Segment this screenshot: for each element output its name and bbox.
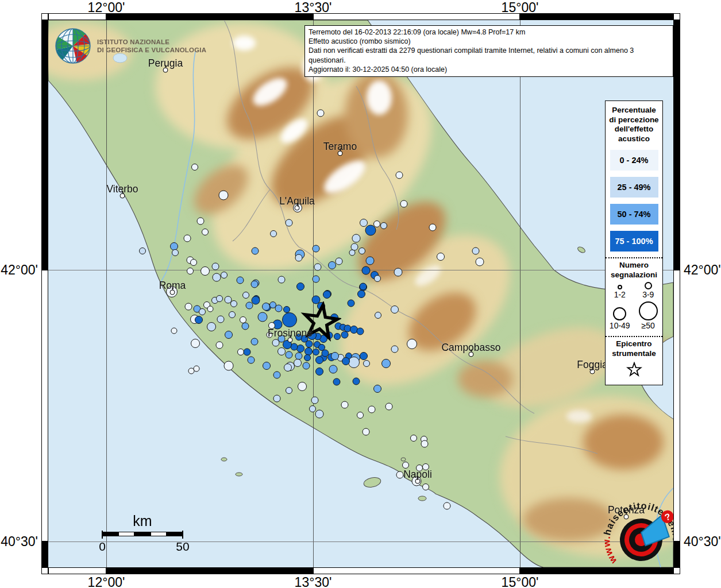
city-label: L'Aquila xyxy=(279,195,315,207)
city-label: Campobasso xyxy=(441,342,500,354)
legend-counts-title: Numero segnalazioni xyxy=(606,261,662,280)
legend-size-label: 3-9 xyxy=(642,290,654,299)
lat-label-right: 42°00' xyxy=(684,262,721,278)
legend-divider xyxy=(606,257,662,258)
lat-label-right: 40°30' xyxy=(684,534,721,550)
city-label: Frosinone xyxy=(268,327,313,339)
legend-epicenter-title: Epicentro strumentale xyxy=(606,339,662,358)
lon-label-bottom: 15°00' xyxy=(502,575,539,588)
title-line: Terremoto del 16-02-2013 22:16:09 (ora l… xyxy=(309,28,669,37)
lat-label-left: 42°00' xyxy=(0,262,38,278)
ingv-name-line1: ISTITUTO NAZIONALE xyxy=(97,38,206,46)
title-line: Aggiornato il: 30-12-2025 04:50 (ora loc… xyxy=(309,65,669,74)
frame-corner xyxy=(673,13,680,20)
legend-size-item: ≥50 xyxy=(634,301,663,330)
legend-sizes: 1-23-910-49≥50 xyxy=(606,282,662,330)
frame-top xyxy=(48,13,673,20)
legend-size-label: ≥50 xyxy=(642,321,655,330)
legend: Percentuale di percezione dell'effetto a… xyxy=(605,100,663,385)
ingv-brand: ISTITUTO NAZIONALE DI GEOFISICA E VULCAN… xyxy=(54,27,206,65)
city-label: Teramo xyxy=(323,141,357,153)
frame-corner xyxy=(673,567,680,574)
legend-size-circle xyxy=(613,307,626,320)
legend-classes: 0 - 24%25 - 49%50 - 74%75 - 100% xyxy=(606,150,662,252)
legend-size-label: 1-2 xyxy=(614,290,626,299)
lon-label-bottom: 13°30' xyxy=(295,575,332,588)
frame-left xyxy=(41,20,48,567)
legend-size-circle xyxy=(639,301,658,320)
legend-size-circle xyxy=(618,285,622,289)
city-labels-layer: PerugiaTeramoViterboL'AquilaRomaFrosinon… xyxy=(48,20,673,567)
ingv-logo xyxy=(54,27,92,65)
scalebar-start: 0 xyxy=(99,540,106,554)
legend-class-swatch: 0 - 24% xyxy=(610,150,658,171)
legend-size-circle xyxy=(645,282,652,289)
legend-class-swatch: 50 - 74% xyxy=(610,204,658,225)
title-line: Effetto acustico (rombo sismico) xyxy=(309,37,669,46)
city-label: Napoli xyxy=(403,469,432,481)
lon-label-top: 15°00' xyxy=(502,0,539,16)
legend-divider xyxy=(606,336,662,337)
scalebar-unit: km xyxy=(133,513,152,529)
legend-title: Percentuale di percezione dell'effetto a… xyxy=(606,106,662,144)
legend-size-item: 1-2 xyxy=(606,282,634,299)
legend-size-item: 10-49 xyxy=(606,301,634,330)
map-canvas: PerugiaTeramoViterboL'AquilaRomaFrosinon… xyxy=(48,20,673,567)
lat-label-left: 40°30' xyxy=(0,534,38,550)
frame-bottom xyxy=(48,567,673,574)
frame-corner xyxy=(41,567,48,574)
watermark-www: www. xyxy=(597,532,620,567)
lon-label-bottom: 12°00' xyxy=(88,575,125,588)
frame-corner xyxy=(41,13,48,20)
city-label: Foggia xyxy=(577,359,608,371)
haisentitoilterremoto-logo: www.haisentitoilterremoto.it ? xyxy=(592,491,673,567)
legend-size-label: 10-49 xyxy=(610,321,630,330)
frame-right xyxy=(673,20,680,567)
legend-star-icon xyxy=(626,362,643,378)
legend-size-item: 3-9 xyxy=(634,282,663,299)
scalebar xyxy=(102,532,183,536)
ingv-name-line2: DI GEOFISICA E VULCANOLOGIA xyxy=(97,46,206,54)
lon-label-top: 12°00' xyxy=(88,0,125,16)
title-line: Dati non verificati estratti da 2279 que… xyxy=(309,46,669,64)
legend-class-swatch: 25 - 49% xyxy=(610,177,658,198)
title-box: Terremoto del 16-02-2013 22:16:09 (ora l… xyxy=(304,25,673,77)
legend-class-swatch: 75 - 100% xyxy=(610,231,658,252)
scalebar-end: 50 xyxy=(176,540,189,554)
map-page: PerugiaTeramoViterboL'AquilaRomaFrosinon… xyxy=(0,0,721,588)
lon-label-top: 13°30' xyxy=(295,0,332,16)
city-label: Roma xyxy=(159,280,186,292)
city-label: Viterbo xyxy=(106,183,138,195)
